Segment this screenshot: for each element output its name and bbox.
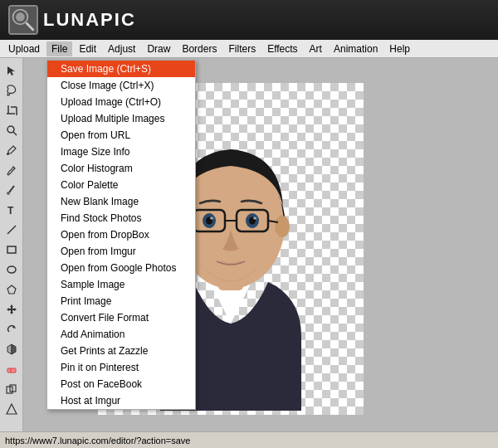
menu-art[interactable]: Art bbox=[305, 41, 327, 56]
tool-eyedropper[interactable] bbox=[2, 141, 21, 159]
tool-select[interactable] bbox=[2, 61, 21, 80]
statusbar: https://www7.lunapic.com/editor/?action=… bbox=[0, 431, 498, 448]
file-menu-animation[interactable]: Add Animation bbox=[47, 326, 195, 343]
svg-line-13 bbox=[7, 226, 16, 234]
menu-effects[interactable]: Effects bbox=[262, 41, 302, 56]
svg-point-26 bbox=[275, 216, 290, 237]
file-menu-imgur[interactable]: Open from Imgur bbox=[47, 243, 195, 260]
file-menu-histogram[interactable]: Color Histogram bbox=[47, 160, 195, 177]
menubar: Upload File Save Image (Ctrl+S) Close Im… bbox=[0, 40, 498, 58]
tool-polygon[interactable] bbox=[2, 280, 21, 299]
file-dropdown: Save Image (Ctrl+S) Close Image (Ctrl+X)… bbox=[46, 60, 196, 410]
file-menu-facebook[interactable]: Post on FaceBook bbox=[47, 376, 195, 392]
file-menu-convert[interactable]: Convert File Format bbox=[47, 309, 195, 326]
tool-rotate[interactable] bbox=[2, 320, 21, 338]
svg-point-7 bbox=[7, 126, 14, 133]
tool-sharpen[interactable] bbox=[2, 400, 21, 418]
tool-zoom[interactable] bbox=[2, 121, 21, 139]
svg-rect-18 bbox=[7, 368, 16, 373]
menubar-inner: Upload File Save Image (Ctrl+S) Close Im… bbox=[3, 41, 495, 56]
logo-icon bbox=[8, 5, 38, 35]
tool-text[interactable]: T bbox=[2, 201, 21, 219]
file-menu-google[interactable]: Open from Google Photos bbox=[47, 260, 195, 276]
file-menu-upload[interactable]: Upload Image (Ctrl+O) bbox=[47, 94, 195, 110]
svg-text:T: T bbox=[7, 205, 14, 216]
svg-point-9 bbox=[7, 153, 9, 155]
svg-marker-16 bbox=[7, 285, 16, 294]
svg-line-10 bbox=[9, 186, 14, 192]
logo-text: LUNAPIC bbox=[43, 9, 136, 31]
svg-rect-14 bbox=[7, 246, 16, 253]
logo-area: LUNAPIC bbox=[8, 5, 136, 35]
tool-clone[interactable] bbox=[2, 380, 21, 398]
tool-lasso[interactable] bbox=[2, 81, 21, 100]
svg-point-34 bbox=[210, 217, 213, 220]
menu-draw[interactable]: Draw bbox=[142, 41, 175, 56]
tool-move[interactable] bbox=[2, 300, 21, 319]
menu-filters[interactable]: Filters bbox=[223, 41, 261, 56]
svg-line-8 bbox=[13, 132, 17, 135]
svg-point-2 bbox=[16, 12, 25, 22]
file-menu-save[interactable]: Save Image (Ctrl+S) bbox=[47, 61, 195, 77]
menu-help[interactable]: Help bbox=[384, 41, 415, 56]
menu-edit[interactable]: Edit bbox=[74, 41, 101, 56]
tool-flip[interactable] bbox=[2, 340, 21, 358]
file-menu-pinterest[interactable]: Pin it on Pinterest bbox=[47, 359, 195, 376]
tool-brush[interactable] bbox=[2, 181, 21, 199]
file-menu-image-size[interactable]: Image Size Info bbox=[47, 144, 195, 160]
tool-rect[interactable] bbox=[2, 241, 21, 259]
menu-adjust[interactable]: Adjust bbox=[103, 41, 140, 56]
tool-paint[interactable] bbox=[2, 161, 21, 179]
left-toolbar: T bbox=[0, 58, 23, 431]
status-url: https://www7.lunapic.com/editor/?action=… bbox=[5, 436, 190, 446]
svg-point-11 bbox=[7, 192, 10, 195]
file-menu-print[interactable]: Print Image bbox=[47, 293, 195, 309]
tool-ellipse[interactable] bbox=[2, 261, 21, 279]
file-menu-stock[interactable]: Find Stock Photos bbox=[47, 210, 195, 226]
svg-point-37 bbox=[253, 217, 256, 220]
menu-animation[interactable]: Animation bbox=[329, 41, 383, 56]
menu-file[interactable]: File bbox=[46, 41, 72, 56]
svg-point-15 bbox=[7, 266, 16, 273]
file-menu-sample[interactable]: Sample Image bbox=[47, 276, 195, 293]
svg-marker-22 bbox=[7, 404, 17, 414]
menu-borders[interactable]: Borders bbox=[177, 41, 222, 56]
menu-upload[interactable]: Upload bbox=[3, 41, 45, 56]
tool-eraser[interactable] bbox=[2, 360, 21, 378]
app-header: LUNAPIC bbox=[0, 0, 498, 40]
file-menu-dropbox[interactable]: Open from DropBox bbox=[47, 226, 195, 243]
file-menu-palette[interactable]: Color Palette bbox=[47, 177, 195, 193]
file-menu-zazzle[interactable]: Get Prints at Zazzle bbox=[47, 343, 195, 359]
menu-file-wrapper: File Save Image (Ctrl+S) Close Image (Ct… bbox=[46, 41, 72, 56]
tool-line[interactable] bbox=[2, 221, 21, 239]
file-menu-new-blank[interactable]: New Blank Image bbox=[47, 193, 195, 210]
file-menu-open-url[interactable]: Open from URL bbox=[47, 127, 195, 144]
file-menu-close[interactable]: Close Image (Ctrl+X) bbox=[47, 77, 195, 94]
file-menu-host-imgur[interactable]: Host at Imgur bbox=[47, 392, 195, 409]
tool-crop[interactable] bbox=[2, 101, 21, 119]
file-menu-upload-multiple[interactable]: Upload Multiple Images bbox=[47, 110, 195, 127]
